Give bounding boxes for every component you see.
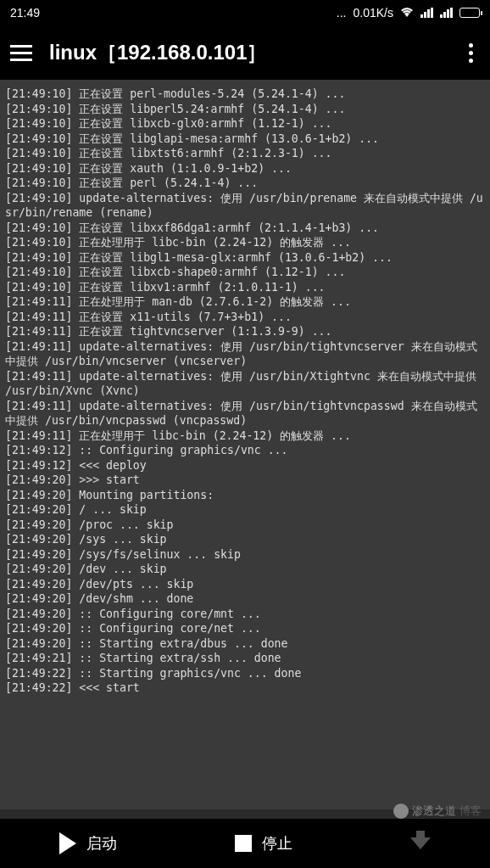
stop-label: 停止 <box>262 833 292 854</box>
network-speed: 0.01K/s <box>354 6 393 20</box>
terminal-output[interactable]: [21:49:10] 正在设置 perl-modules-5.24 (5.24.… <box>0 80 490 809</box>
start-button[interactable]: 启动 <box>59 832 117 854</box>
status-dots: ... <box>337 6 347 20</box>
watermark-text2: 博客 <box>459 804 482 819</box>
overflow-menu-icon[interactable] <box>462 36 480 70</box>
status-time: 21:49 <box>10 6 337 20</box>
signal-icon-2 <box>440 8 453 18</box>
wifi-icon <box>400 5 414 20</box>
stop-button[interactable]: 停止 <box>235 833 292 854</box>
watermark: 渗透之道 博客 <box>393 804 482 819</box>
download-icon <box>410 837 431 849</box>
start-label: 启动 <box>86 833 117 854</box>
battery-icon <box>459 8 480 18</box>
bottom-toolbar: 启动 停止 <box>0 819 490 868</box>
download-button[interactable] <box>410 837 431 849</box>
app-header: linux［192.168.0.101］ <box>0 25 490 80</box>
status-bar: 21:49 ... 0.01K/s <box>0 0 490 25</box>
signal-icon-1 <box>420 8 433 18</box>
stop-icon <box>235 835 252 852</box>
watermark-icon <box>393 804 409 819</box>
play-icon <box>59 832 76 854</box>
watermark-text1: 渗透之道 <box>412 804 456 819</box>
page-title: linux［192.168.0.101］ <box>49 39 445 66</box>
status-right: ... 0.01K/s <box>337 5 480 20</box>
menu-icon[interactable] <box>10 45 32 61</box>
